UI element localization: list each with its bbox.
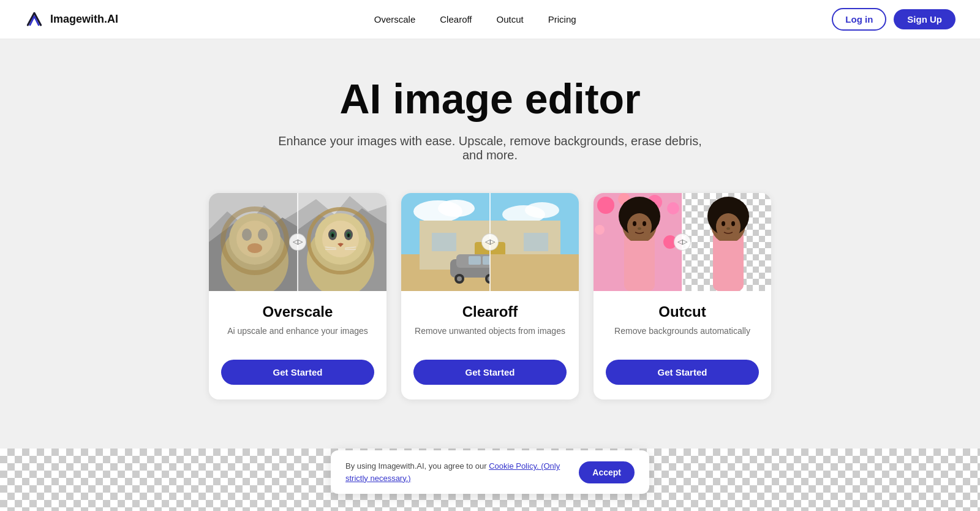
svg-point-35 [525, 202, 559, 218]
overscale-desc: Ai upscale and enhance your images [221, 325, 374, 347]
svg-point-73 [716, 213, 741, 240]
svg-point-67 [638, 227, 641, 230]
svg-rect-49 [490, 254, 579, 291]
nav-link-outcut[interactable]: Outcut [497, 14, 524, 25]
overscale-title: Overscale [221, 303, 374, 320]
clearoff-card-body: Clearoff Remove unwanted objects from im… [401, 291, 579, 399]
cookie-accept-button[interactable]: Accept [579, 461, 635, 483]
cookie-message: By using Imagewith.AI, you agree to our [345, 461, 489, 471]
svg-point-74 [722, 221, 725, 226]
svg-point-10 [258, 229, 268, 241]
svg-point-64 [627, 213, 652, 240]
clearoff-divider-handle[interactable]: ◁▷ [481, 233, 499, 251]
overscale-card-body: Overscale Ai upscale and enhance your im… [209, 291, 386, 399]
card-overscale: ◁▷ Overscale Ai upscale and enhance your… [209, 193, 386, 399]
svg-point-59 [595, 225, 605, 235]
hero-subtitle: Enhance your images with ease. Upscale, … [276, 134, 704, 162]
overscale-cta[interactable]: Get Started [221, 360, 374, 385]
outcut-divider-handle[interactable]: ◁▷ [674, 233, 691, 251]
svg-point-55 [597, 197, 614, 214]
outcut-card-body: Outcut Remove backgrounds automatically … [594, 291, 771, 399]
nav-link-clearoff[interactable]: Clearoff [440, 14, 472, 25]
svg-point-23 [331, 233, 334, 237]
outcut-title: Outcut [606, 303, 759, 320]
cards-row: ◁▷ Overscale Ai upscale and enhance your… [12, 193, 968, 399]
clearoff-cta[interactable]: Get Started [413, 360, 567, 385]
svg-point-24 [347, 233, 350, 237]
svg-rect-39 [432, 233, 456, 251]
svg-point-44 [457, 276, 462, 281]
overscale-divider-handle[interactable]: ◁▷ [289, 233, 306, 251]
svg-rect-77 [714, 241, 742, 291]
hero-section: AI image editor Enhance your images with… [0, 39, 980, 424]
brand-name: Imagewith.AI [50, 13, 118, 26]
svg-rect-47 [469, 256, 481, 265]
svg-rect-68 [625, 241, 654, 291]
overscale-image-area: ◁▷ [209, 193, 386, 291]
nav-actions: Log in Sign Up [832, 8, 956, 31]
cookie-text: By using Imagewith.AI, you agree to our … [345, 460, 567, 484]
clearoff-title: Clearoff [413, 303, 567, 320]
logo-icon [24, 10, 44, 29]
clearoff-desc: Remove unwanted objects from images [413, 325, 567, 347]
hero-title: AI image editor [12, 76, 968, 122]
svg-point-65 [633, 221, 636, 226]
cookie-banner: By using Imagewith.AI, you agree to our … [331, 450, 649, 494]
card-outcut: ◁▷ Outcut Remove backgrounds automatical… [594, 193, 771, 399]
outcut-image-area: ◁▷ [594, 193, 771, 291]
login-button[interactable]: Log in [832, 8, 886, 31]
svg-point-75 [731, 221, 735, 226]
svg-point-58 [667, 202, 679, 214]
svg-point-76 [726, 227, 730, 230]
navbar: Imagewith.AI Overscale Clearoff Outcut P… [0, 0, 980, 39]
svg-point-33 [438, 200, 475, 217]
outcut-desc: Remove backgrounds automatically [606, 325, 759, 347]
clearoff-image-area: ◁▷ [401, 193, 579, 291]
nav-link-pricing[interactable]: Pricing [548, 14, 576, 25]
svg-point-66 [643, 221, 646, 226]
nav-link-overscale[interactable]: Overscale [374, 14, 416, 25]
svg-point-11 [247, 243, 262, 253]
card-clearoff: ◁▷ Clearoff Remove unwanted objects from… [401, 193, 579, 399]
signup-button[interactable]: Sign Up [894, 9, 956, 29]
svg-point-18 [322, 221, 359, 257]
nav-links: Overscale Clearoff Outcut Pricing [374, 14, 576, 25]
svg-rect-40 [524, 233, 548, 251]
logo[interactable]: Imagewith.AI [24, 10, 118, 29]
outcut-cta[interactable]: Get Started [606, 360, 759, 385]
svg-point-9 [242, 229, 252, 241]
